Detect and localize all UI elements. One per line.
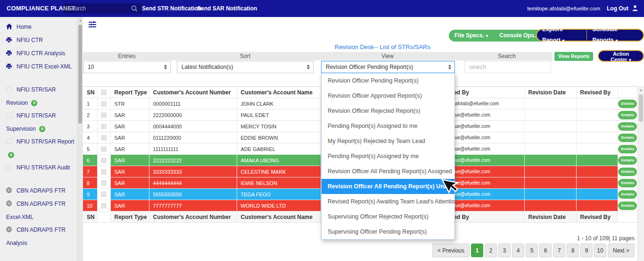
- view-option[interactable]: Pending Report(s) Assigned to me: [322, 118, 454, 134]
- globe-icon: [6, 224, 17, 237]
- page-button-6[interactable]: 6: [539, 244, 552, 257]
- view-option[interactable]: Revision Officer All Pending Report(s) A…: [322, 164, 454, 179]
- table-scrollbar[interactable]: ▲: [637, 86, 644, 261]
- sidebar-item-nfiu-ctr-analysis[interactable]: NFIU CTR Analysis: [6, 47, 75, 60]
- entries-select[interactable]: 10: [83, 61, 171, 73]
- row-checkbox[interactable]: [101, 158, 107, 163]
- cell-report-type: SAR: [110, 200, 149, 211]
- details-button[interactable]: Details: [618, 190, 637, 199]
- page-button-10[interactable]: 10: [594, 244, 606, 257]
- sidebar-item-cbn-adraps-ftr-analysis[interactable]: CBN ADRAPS FTR Analysis: [6, 224, 75, 250]
- details-button[interactable]: Details: [618, 202, 637, 210]
- cell-account-name: TEGA FEGO: [237, 189, 321, 200]
- sidebar-scroll-thumb[interactable]: [78, 25, 82, 124]
- details-button[interactable]: Details: [618, 168, 637, 176]
- view-select[interactable]: Revision Officer Pending Report(s): [321, 61, 455, 73]
- next-page-button[interactable]: Next >: [608, 244, 635, 257]
- view-option[interactable]: Revision Officer Pending Report(s): [322, 73, 454, 88]
- row-checkbox[interactable]: [101, 180, 107, 186]
- sidebar-item-label: NFIU STR/SAR Report: [17, 138, 74, 145]
- schedule-reports-button[interactable]: Schedule Reports▾: [587, 24, 643, 46]
- details-button[interactable]: Details: [618, 156, 637, 165]
- details-button[interactable]: Details: [618, 100, 637, 108]
- page-button-8[interactable]: 8: [567, 244, 579, 257]
- logout-button[interactable]: Log Out: [607, 5, 638, 13]
- caret-down-icon: ▾: [616, 38, 618, 43]
- cell-revised-by: [576, 189, 618, 200]
- sidebar-item-label: NFIU CTR Excel-XML: [17, 63, 72, 70]
- sidebar-item-cbn-adraps-ftr[interactable]: CBN ADRAPS FTR: [6, 185, 75, 198]
- page-button-7[interactable]: 7: [553, 244, 565, 257]
- table-search-input[interactable]: [464, 61, 551, 73]
- scroll-up-icon[interactable]: ▲: [638, 88, 644, 92]
- sidebar-item-nfiu-str-sar-supervision[interactable]: NFIU STR/SAR Supervision 0: [6, 109, 75, 135]
- details-button[interactable]: Details: [618, 111, 637, 119]
- page-button-5[interactable]: 5: [526, 244, 538, 257]
- send-str-notification-link[interactable]: Send STR Notification: [142, 0, 201, 17]
- sidebar-scrollbar[interactable]: ▲: [77, 17, 83, 261]
- cell-sn: 8: [83, 177, 97, 189]
- frame-icon: [6, 136, 17, 149]
- page-button-2[interactable]: 2: [485, 244, 497, 257]
- sidebar-item-nfiu-ctr-excel-xml[interactable]: NFIU CTR Excel-XML: [6, 60, 75, 74]
- sidebar-item-cbn-adraps-ftr-excel-xml[interactable]: CBN ADRAPS FTR Excel-XML: [6, 198, 75, 224]
- file-specs-button[interactable]: File Specs.▾: [449, 30, 494, 42]
- page-button-3[interactable]: 3: [498, 244, 511, 257]
- row-checkbox[interactable]: [101, 112, 107, 118]
- details-button[interactable]: Details: [618, 122, 637, 131]
- cell-report-type: STR: [110, 98, 149, 109]
- cell-revised-by: [576, 166, 618, 177]
- row-checkbox[interactable]: [101, 135, 107, 141]
- scroll-up-icon[interactable]: ▲: [77, 18, 83, 22]
- view-reports-button[interactable]: View Reports: [554, 52, 593, 61]
- row-checkbox[interactable]: [101, 124, 107, 129]
- col-report-type: Report Type: [110, 87, 149, 98]
- sort-select[interactable]: Latest Notification(s): [177, 61, 314, 73]
- page-button-4[interactable]: 4: [512, 244, 524, 257]
- view-option[interactable]: Revision Officer Rejected Report(s): [322, 103, 454, 118]
- view-option[interactable]: Revision Officer All Pending Report(s) U…: [322, 179, 454, 194]
- row-checkbox[interactable]: [101, 169, 107, 175]
- sidebar-item-nfiu-str-sar-audit[interactable]: NFIU STR/SAR Audit: [6, 161, 75, 175]
- sidebar-item-nfiu-str-sar-report[interactable]: NFIU STR/SAR Report 0: [6, 135, 75, 161]
- sidebar-item-home[interactable]: Home: [6, 21, 75, 34]
- view-option[interactable]: Supervising Officer Pending Report(s): [322, 224, 454, 239]
- details-button[interactable]: Details: [618, 134, 637, 142]
- view-option[interactable]: Revised Report(s) Awaiting Team Lead's A…: [322, 194, 454, 209]
- sidebar-item-nfiu-ctr[interactable]: NFIU CTR: [6, 34, 75, 47]
- cell-sn: 2: [83, 109, 97, 121]
- search-icon[interactable]: [131, 5, 138, 14]
- navbar-user-area: temitope.afolabi@efuelite.com Log Out: [527, 0, 638, 17]
- print-icon: [6, 34, 17, 47]
- page-button-9[interactable]: 9: [580, 244, 593, 257]
- page-button-1[interactable]: 1: [471, 244, 483, 257]
- cell-revised-by: [576, 200, 618, 211]
- view-option[interactable]: Supervising Officer Rejected Report(s): [322, 209, 454, 224]
- row-checkbox[interactable]: [101, 101, 107, 107]
- sidebar-item-nfiu-str-sar-revision[interactable]: NFIU STR/SAR Revision 0: [6, 84, 75, 109]
- cell-sn: 6: [83, 155, 97, 166]
- col-sn: SN: [83, 87, 97, 98]
- row-checkbox[interactable]: [101, 203, 107, 209]
- nav-search-input[interactable]: [63, 3, 142, 14]
- tune-icon[interactable]: [89, 21, 96, 29]
- table-scroll-thumb[interactable]: [639, 94, 643, 122]
- print-icon: [6, 61, 17, 74]
- send-sar-notification-link[interactable]: Send SAR Notification: [197, 0, 257, 17]
- details-button[interactable]: Details: [618, 179, 637, 187]
- explore-report-button[interactable]: Explore Report▾: [537, 24, 586, 46]
- action-center-button[interactable]: Action Center▾: [598, 50, 644, 62]
- row-checkbox[interactable]: [101, 146, 107, 152]
- cell-sn: 4: [83, 132, 97, 143]
- view-option[interactable]: My Report(s) Rejected by Team Lead: [322, 134, 454, 149]
- previous-page-button[interactable]: < Previous: [432, 244, 470, 257]
- view-option[interactable]: Pending Report(s) Assigned by me: [322, 149, 454, 164]
- search-label: Search: [498, 52, 516, 60]
- top-navbar: COMPLIANCE PLANET Send STR Notification …: [0, 0, 644, 17]
- row-checkbox[interactable]: [101, 192, 107, 197]
- select-all-checkbox[interactable]: [101, 90, 107, 95]
- col-checkbox: [97, 87, 110, 98]
- details-button[interactable]: Details: [618, 145, 637, 153]
- view-option[interactable]: Revision Officer Approved Report(s): [322, 88, 454, 103]
- cell-revision-date: [524, 98, 576, 109]
